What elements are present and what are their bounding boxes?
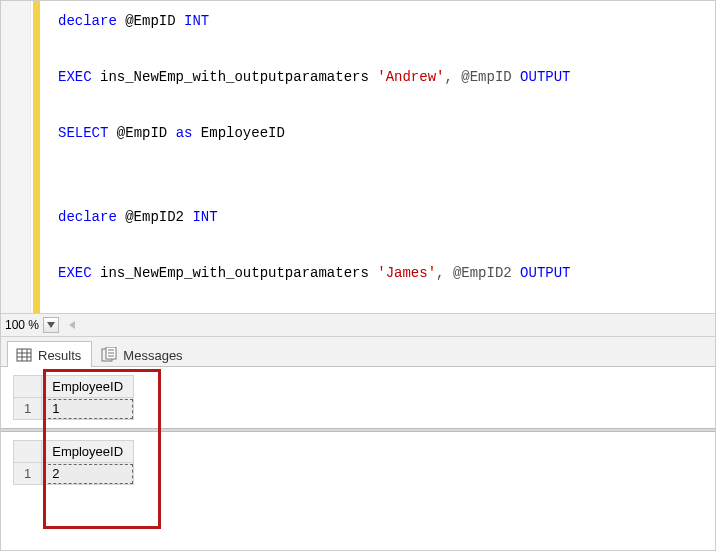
code-text: @EmpID2 (117, 209, 193, 225)
change-marker (33, 1, 40, 313)
results-pane: EmployeeID 1 1 EmployeeID 1 2 (1, 367, 715, 550)
chevron-left-icon (69, 321, 75, 329)
keyword: INT (192, 209, 217, 225)
result-set: EmployeeID 1 2 (1, 432, 715, 493)
corner-cell (14, 441, 42, 463)
zoom-dropdown[interactable] (43, 317, 59, 333)
chevron-down-icon (47, 322, 55, 328)
zoom-value: 100 % (5, 318, 39, 332)
code-text: , @EmpID (444, 69, 520, 85)
row-number: 1 (14, 398, 42, 420)
keyword: EXEC (58, 69, 92, 85)
messages-icon (101, 347, 117, 363)
svg-rect-0 (17, 349, 31, 361)
tab-results[interactable]: Results (7, 341, 92, 367)
result-set: EmployeeID 1 1 (1, 367, 715, 428)
code-text: , @EmpID2 (436, 265, 520, 281)
results-grid[interactable]: EmployeeID 1 2 (13, 440, 134, 485)
results-grid[interactable]: EmployeeID 1 1 (13, 375, 134, 420)
keyword: INT (184, 13, 209, 29)
code-text: EmployeeID (192, 125, 284, 141)
table-row[interactable]: 1 2 (14, 463, 134, 485)
keyword: EXEC (58, 265, 92, 281)
code-text: ins_NewEmp_with_outputparamaters (92, 69, 378, 85)
keyword: declare (58, 209, 117, 225)
editor: declare @EmpID INT EXEC ins_NewEmp_with_… (1, 1, 715, 313)
zoom-bar: 100 % (1, 313, 715, 337)
code-text: @EmpID (117, 13, 184, 29)
code-text: ins_NewEmp_with_outputparamaters (92, 265, 378, 281)
grid-icon (16, 347, 32, 363)
scroll-left-button[interactable] (65, 318, 79, 332)
code-text: @EmpID (108, 125, 175, 141)
tab-messages[interactable]: Messages (92, 341, 193, 367)
tab-label: Messages (123, 348, 182, 363)
tab-label: Results (38, 348, 81, 363)
keyword: as (176, 125, 193, 141)
keyword: OUTPUT (520, 69, 570, 85)
keyword: OUTPUT (520, 265, 570, 281)
result-tabs: Results Messages (1, 337, 715, 367)
sql-editor[interactable]: declare @EmpID INT EXEC ins_NewEmp_with_… (40, 1, 571, 313)
column-header[interactable]: EmployeeID (42, 376, 134, 398)
keyword: declare (58, 13, 117, 29)
keyword: SELECT (58, 125, 108, 141)
string-literal: 'Andrew' (377, 69, 444, 85)
table-row[interactable]: 1 1 (14, 398, 134, 420)
cell-value[interactable]: 1 (42, 398, 134, 420)
corner-cell (14, 376, 42, 398)
string-literal: 'James' (377, 265, 436, 281)
cell-value[interactable]: 2 (42, 463, 134, 485)
row-number: 1 (14, 463, 42, 485)
column-header[interactable]: EmployeeID (42, 441, 134, 463)
line-number-gutter (1, 1, 31, 313)
